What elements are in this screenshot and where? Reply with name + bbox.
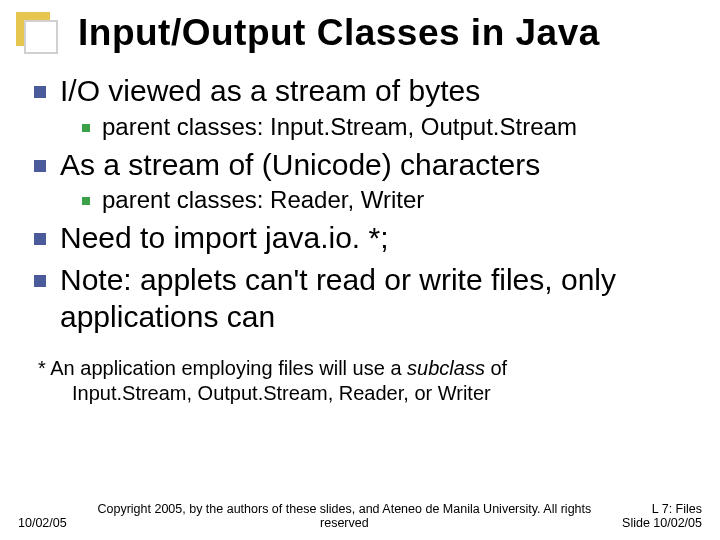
slide-footer: 10/02/05 Copyright 2005, by the authors … (0, 502, 720, 530)
square-bullet-icon (82, 124, 90, 132)
square-bullet-icon (34, 86, 46, 98)
footnote-prefix: * An application employing files will us… (38, 357, 407, 379)
square-bullet-icon (34, 233, 46, 245)
footnote-italic: subclass (407, 357, 485, 379)
slide-body: I/O viewed as a stream of bytes parent c… (34, 72, 696, 406)
bullet-text: parent classes: Input.Stream, Output.Str… (102, 112, 577, 142)
slide: Input/Output Classes in Java I/O viewed … (0, 0, 720, 540)
footnote: * An application employing files will us… (38, 356, 696, 406)
bullet-text: Note: applets can't read or write files,… (60, 261, 696, 336)
footer-slide-info: L 7: Files Slide 10/02/05 (622, 502, 702, 530)
square-bullet-icon (82, 197, 90, 205)
bullet-io-stream-bytes: I/O viewed as a stream of bytes (34, 72, 696, 110)
footnote-suffix: of (485, 357, 507, 379)
bullet-applets-note: Note: applets can't read or write files,… (34, 261, 696, 336)
footer-slide-number: Slide 10/02/05 (622, 516, 702, 530)
footer-copyright: Copyright 2005, by the authors of these … (67, 502, 622, 530)
slide-title: Input/Output Classes in Java (78, 12, 696, 54)
bullet-import-java-io: Need to import java.io. *; (34, 219, 696, 257)
bullet-text: I/O viewed as a stream of bytes (60, 72, 480, 110)
bullet-unicode-characters: As a stream of (Unicode) characters (34, 146, 696, 184)
brand-square-front (24, 20, 58, 54)
square-bullet-icon (34, 275, 46, 287)
bullet-text: Need to import java.io. *; (60, 219, 389, 257)
bullet-text: parent classes: Reader, Writer (102, 185, 424, 215)
subbullet-parent-stream: parent classes: Input.Stream, Output.Str… (82, 112, 696, 142)
subbullet-parent-reader-writer: parent classes: Reader, Writer (82, 185, 696, 215)
square-bullet-icon (34, 160, 46, 172)
footnote-line2: Input.Stream, Output.Stream, Reader, or … (72, 381, 696, 406)
footer-date: 10/02/05 (18, 516, 67, 530)
footer-topic: L 7: Files (622, 502, 702, 516)
bullet-text: As a stream of (Unicode) characters (60, 146, 540, 184)
